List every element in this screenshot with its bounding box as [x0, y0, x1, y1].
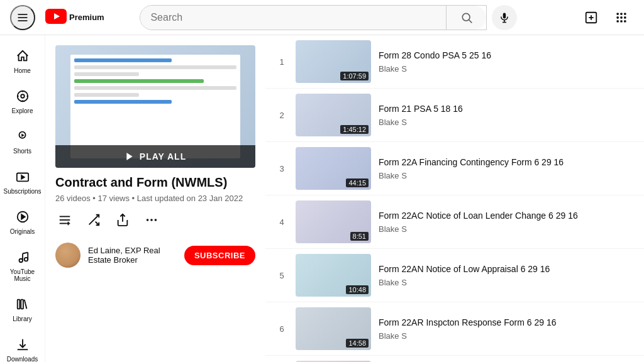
svg-point-51 — [150, 219, 153, 221]
sidebar-item-originals[interactable]: Originals — [0, 201, 45, 241]
header-left: Premium — [10, 5, 104, 30]
more-button[interactable] — [142, 211, 161, 233]
video-list-item[interactable]: 7 Form 22B Contingent on the sale of ano… — [265, 356, 644, 362]
video-duration: 14:58 — [346, 339, 369, 348]
svg-line-37 — [23, 253, 28, 254]
video-number: 3 — [275, 164, 288, 173]
playlist-thumbnail: PLAY ALL — [55, 45, 255, 168]
video-list-item[interactable]: 2 1:45:12 Form 21 PSA 5 18 16 Blake S — [265, 89, 644, 142]
svg-marker-28 — [21, 133, 25, 137]
search-container — [140, 5, 517, 30]
svg-marker-30 — [21, 175, 25, 179]
apps-button[interactable] — [609, 5, 634, 30]
video-number: 2 — [275, 111, 288, 120]
svg-rect-20 — [620, 20, 622, 22]
video-list: 1 1:07:59 Form 28 Condo PSA 5 25 16 Blak… — [265, 35, 644, 362]
svg-point-52 — [155, 219, 157, 221]
avatar-image — [55, 243, 80, 268]
app-container: Premium — [0, 0, 644, 362]
sidebar-item-home[interactable]: Home — [0, 40, 45, 80]
video-title: Form 22A Financing Contingency Form 6 29… — [379, 156, 634, 168]
thumbnail-inner — [70, 55, 240, 159]
video-info: Form 21 PSA 5 18 16 Blake S — [379, 103, 634, 126]
sidebar-item-explore[interactable]: Explore — [0, 80, 45, 121]
svg-point-23 — [21, 94, 25, 98]
logo[interactable]: Premium — [45, 9, 104, 26]
channel-avatar — [55, 243, 80, 268]
video-info: Form 22AN Notice of Low Appraisal 6 29 1… — [379, 263, 634, 287]
video-duration: 1:07:59 — [340, 72, 369, 80]
sidebar-item-library[interactable]: Library — [0, 288, 45, 329]
svg-rect-13 — [616, 13, 618, 14]
svg-rect-14 — [620, 13, 622, 14]
sidebar-item-shorts[interactable]: Shorts — [0, 121, 45, 161]
video-number: 4 — [275, 217, 288, 227]
search-button[interactable] — [446, 6, 486, 30]
youtube-icon — [45, 9, 67, 26]
video-thumbnail: 1:07:59 — [296, 40, 371, 83]
library-label: Library — [13, 315, 32, 322]
share-button[interactable] — [113, 211, 132, 233]
video-duration: 10:48 — [346, 285, 369, 294]
video-title: Form 22AC Notice of Loan Lender Change 6… — [379, 210, 634, 221]
video-duration: 44:15 — [346, 178, 369, 187]
thumb-line-2 — [74, 65, 236, 69]
subscribe-button[interactable]: SUBSCRIBE — [184, 246, 255, 265]
video-channel: Blake S — [379, 331, 634, 341]
svg-rect-21 — [624, 20, 626, 22]
explore-icon — [16, 89, 30, 105]
channel-name: Ed Laine, EXP Real Estate Broker — [88, 246, 177, 265]
shorts-label: Shorts — [13, 148, 31, 155]
svg-rect-15 — [624, 13, 626, 14]
menu-button[interactable] — [10, 5, 35, 30]
video-list-item[interactable]: 4 8:51 Form 22AC Notice of Loan Lender C… — [265, 195, 644, 249]
svg-rect-38 — [17, 300, 19, 309]
thumb-line-1 — [74, 58, 172, 62]
playlist-title: Contract and Form (NWMLS) — [55, 175, 255, 190]
video-duration: 8:51 — [350, 232, 369, 241]
sidebar-item-youtube-music[interactable]: YouTube Music — [0, 241, 45, 288]
channel-row: Ed Laine, EXP Real Estate Broker SUBSCRI… — [55, 243, 255, 268]
video-info: Form 22A Financing Contingency Form 6 29… — [379, 156, 634, 180]
thumb-line-5 — [74, 86, 236, 90]
originals-label: Originals — [10, 228, 35, 235]
video-thumbnail: 1:45:12 — [296, 94, 371, 136]
logo-text: Premium — [69, 13, 104, 22]
playlist-panel: PLAY ALL Contract and Form (NWMLS) 26 vi… — [45, 35, 265, 362]
video-list-item[interactable]: 5 10:48 Form 22AN Notice of Low Appraisa… — [265, 249, 644, 302]
video-list-item[interactable]: 3 44:15 Form 22A Financing Contingency F… — [265, 142, 644, 195]
play-all-label: PLAY ALL — [140, 151, 186, 162]
sidebar-item-downloads[interactable]: Downloads — [0, 329, 45, 362]
video-title: Form 22AN Notice of Low Appraisal 6 29 1… — [379, 263, 634, 275]
video-list-item[interactable]: 1 1:07:59 Form 28 Condo PSA 5 25 16 Blak… — [265, 35, 644, 89]
video-thumbnail: 44:15 — [296, 147, 371, 190]
subscriptions-label: Subscriptions — [3, 188, 41, 195]
mic-button[interactable] — [492, 5, 517, 30]
video-list-item[interactable]: 6 14:58 Form 22AR Inspcton Response Form… — [265, 302, 644, 356]
play-all-button[interactable]: PLAY ALL — [55, 145, 255, 168]
video-channel: Blake S — [379, 118, 634, 127]
music-icon — [16, 250, 30, 266]
channel-info: Ed Laine, EXP Real Estate Broker — [88, 246, 177, 265]
search-input[interactable] — [140, 6, 446, 30]
playlist-meta: 26 videos • 17 views • Last updated on 2… — [55, 194, 255, 203]
shuffle-button[interactable] — [84, 211, 103, 233]
body: Home Explore — [0, 35, 644, 362]
svg-rect-16 — [616, 16, 618, 18]
downloads-label: Downloads — [7, 356, 38, 362]
video-number: 6 — [275, 324, 288, 334]
video-thumbnail: 10:48 — [296, 254, 371, 297]
video-thumbnail: 14:58 — [296, 307, 371, 350]
sidebar-item-subscriptions[interactable]: Subscriptions — [0, 161, 45, 201]
svg-rect-19 — [616, 20, 618, 22]
thumb-line-7 — [74, 100, 172, 104]
header: Premium — [0, 0, 644, 35]
svg-rect-18 — [624, 16, 626, 18]
video-info: Form 22AR Inspcton Response Form 6 29 16… — [379, 317, 634, 340]
shorts-icon — [16, 129, 30, 145]
add-to-queue-button[interactable] — [55, 211, 74, 233]
svg-line-6 — [469, 19, 472, 23]
video-channel: Blake S — [379, 278, 634, 287]
create-button[interactable] — [579, 5, 604, 30]
sidebar: Home Explore — [0, 35, 45, 362]
